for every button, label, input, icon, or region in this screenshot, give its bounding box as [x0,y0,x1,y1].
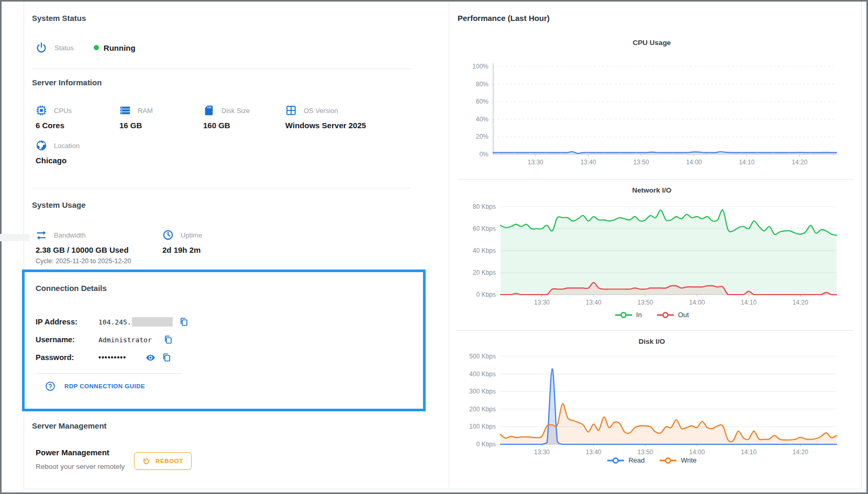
network-io-chart: 0 Kbps20 Kbps40 Kbps60 Kbps80 Kbps13:301… [461,198,843,309]
usage-label: Bandwidth [54,231,86,239]
svg-text:14:00: 14:00 [689,299,705,306]
info-item-cpus: CPUs 6 Cores [36,105,72,130]
usage-label: Uptime [181,231,202,239]
svg-text:14:10: 14:10 [739,159,754,166]
svg-text:13:50: 13:50 [638,299,653,306]
network-chart-title: Network I/O [461,186,843,194]
legend-item-read[interactable]: Read [607,456,644,464]
legend-item-out[interactable]: Out [656,311,689,319]
column-divider [449,0,449,488]
ip-redacted-block [132,317,173,327]
copy-username-button[interactable] [163,335,173,344]
svg-text:13:30: 13:30 [534,299,550,306]
svg-text:80%: 80% [476,81,488,88]
info-value: 6 Cores [36,121,72,130]
password-row: Password: ••••••••• [36,349,188,366]
legend-marker-icon [656,311,674,319]
info-item-os: OS Version Windows Server 2025 [285,105,366,130]
disk-io-chart: 0 Kbps100 Kbps200 Kbps300 Kbps400 Kbps50… [461,347,843,458]
svg-text:14:20: 14:20 [792,159,807,166]
rdp-guide-label: RDP CONNECTION GUIDE [64,383,145,389]
restart-icon [142,457,150,465]
svg-text:100%: 100% [472,63,488,70]
legend-marker-icon [659,457,677,464]
disk-chart-legend: ReadWrite [461,456,843,464]
ip-row: IP Address: 104.245. [36,313,188,331]
svg-text:0 Kbps: 0 Kbps [476,291,496,298]
svg-text:20%: 20% [476,133,488,140]
username-label: Username: [36,335,98,344]
legend-label: Out [678,311,689,319]
svg-text:60 Kbps: 60 Kbps [473,225,496,232]
usage-item-bandwidth: Bandwidth 2.38 GB / 10000 GB Used Cycle:… [36,229,131,265]
svg-text:80 Kbps: 80 Kbps [473,203,496,210]
status-dot [94,45,99,50]
password-value: ••••••••• [98,353,126,362]
clock-icon [162,229,174,241]
svg-text:0%: 0% [480,151,489,158]
cpu-chip-icon [36,105,47,116]
svg-text:14:00: 14:00 [686,159,702,166]
legend-marker-icon [615,311,632,319]
network-chart-legend: InOut [461,311,843,319]
divider [32,188,411,188]
legend-marker-icon [607,457,625,464]
os-window-icon [285,105,297,116]
svg-text:500 Kbps: 500 Kbps [469,353,496,360]
info-label: RAM [138,107,153,115]
info-value: Windows Server 2025 [285,121,366,130]
show-password-button[interactable] [146,353,155,363]
copy-ip-button[interactable] [179,317,188,327]
info-item-location: Location Chicago [36,140,80,165]
usage-value: 2d 19h 2m [162,245,202,254]
system-usage-heading: System Usage [32,200,86,209]
svg-text:14:10: 14:10 [741,448,756,456]
username-row: Username: Administrator [36,331,188,349]
performance-heading: Performance (Last Hour) [458,14,550,23]
status-row: Status Running [36,42,136,53]
svg-text:14:00: 14:00 [689,448,705,456]
svg-text:400 Kbps: 400 Kbps [469,371,496,378]
svg-text:0 Kbps: 0 Kbps [476,441,496,448]
svg-text:13:40: 13:40 [586,299,602,306]
usage-value: 2.38 GB / 10000 GB Used [36,245,131,254]
info-value: 16 GB [119,121,153,130]
svg-text:14:10: 14:10 [741,299,756,306]
divider [458,179,853,179]
help-icon [45,381,55,391]
connection-rows: IP Address: 104.245. Username: Administr… [36,313,188,366]
legend-label: Read [628,456,644,464]
info-label: Disk Size [221,107,250,115]
info-label: OS Version [304,107,338,115]
svg-text:40%: 40% [476,116,488,123]
svg-text:20 Kbps: 20 Kbps [473,269,496,276]
legend-item-write[interactable]: Write [659,456,696,464]
rdp-guide-link[interactable]: RDP CONNECTION GUIDE [45,381,145,391]
svg-text:40 Kbps: 40 Kbps [473,247,496,254]
reboot-button[interactable]: REBOOT [134,452,192,470]
power-icon [36,42,47,53]
svg-text:14:20: 14:20 [793,299,808,306]
cpu-chart-title: CPU Usage [461,39,843,47]
copy-password-button[interactable] [162,353,171,362]
divider [36,373,182,374]
info-label: Location [54,142,80,150]
server-management-heading: Server Management [32,421,107,430]
divider [458,330,853,331]
legend-item-in[interactable]: In [615,311,642,319]
svg-text:13:50: 13:50 [633,159,649,166]
info-item-ram: RAM 16 GB [119,105,153,130]
svg-text:13:50: 13:50 [638,448,653,456]
reboot-button-label: REBOOT [155,458,183,464]
info-label: CPUs [54,107,72,115]
info-value: 160 GB [203,121,250,130]
svg-text:13:40: 13:40 [581,159,596,166]
cpu-usage-chart: 0%20%40%60%80%100%13:3013:4013:5014:0014… [461,58,843,169]
server-info-heading: Server Information [32,78,102,87]
disk-chart-title: Disk I/O [461,338,843,345]
svg-text:13:30: 13:30 [528,159,543,166]
password-label: Password: [36,353,98,362]
ip-label: IP Address: [36,318,98,326]
svg-text:14:20: 14:20 [793,448,808,456]
connection-details-highlight-box: Connection Details IP Address: 104.245. … [22,270,426,411]
